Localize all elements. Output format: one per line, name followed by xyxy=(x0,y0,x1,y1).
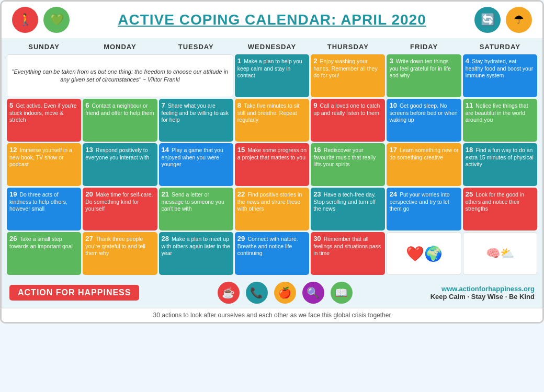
day-num-19: 19 xyxy=(9,190,17,198)
day-headers: SUNDAY MONDAY TUESDAY WEDNESDAY THURSDAY… xyxy=(7,41,537,53)
day-thursday: THURSDAY xyxy=(311,41,385,53)
day-num-22: 22 xyxy=(237,190,245,198)
day-wednesday: WEDNESDAY xyxy=(235,41,309,53)
cal-day-24: 24 Put your worries into perspective and… xyxy=(387,188,461,230)
footer-right: www.actionforhappiness.org Keep Calm · S… xyxy=(430,285,535,301)
cal-day-26: 26 Take a small step towards an importan… xyxy=(7,232,81,275)
cal-day-6: 6 Contact a neighbour or friend and offe… xyxy=(83,99,157,142)
cell-text-7: Share what you are feeling and be willin… xyxy=(162,102,229,123)
day-num-3: 3 xyxy=(389,57,393,65)
cell-text-10: Get good sleep. No screens before bed or… xyxy=(389,102,457,123)
cell-text-1: Make a plan to help you keep calm and st… xyxy=(237,58,302,78)
decorative-heart: ❤️🌍 xyxy=(387,232,461,275)
tagline-label: Keep Calm · Stay Wise · Be Kind xyxy=(430,293,535,301)
cell-text-6: Contact a neighbour or friend and offer … xyxy=(85,102,154,116)
cal-day-30: 30 Remember that all feelings and situat… xyxy=(311,232,385,275)
website-label: www.actionforhappiness.org xyxy=(430,285,535,293)
calendar-container: 🚶 💚 ACTIVE COPING CALENDAR: APRIL 2020 🔄… xyxy=(0,0,544,324)
cell-text-11: Notice five things that are beautiful in… xyxy=(466,102,528,123)
cell-text-28: Make a plan to meet up with others again… xyxy=(162,236,230,256)
cal-day-12: 12 Immerse yourself in a new book, TV sh… xyxy=(7,143,81,186)
cell-text-9: Call a loved one to catch up and really … xyxy=(313,102,380,116)
cal-day-22: 22 Find positive stories in the news and… xyxy=(235,188,309,230)
day-num-24: 24 xyxy=(389,190,396,198)
day-num-13: 13 xyxy=(85,146,93,154)
brand-label: ACTION FOR HAPPINESS xyxy=(9,285,139,301)
cell-text-30: Remember that all feelings and situation… xyxy=(313,236,381,256)
header: 🚶 💚 ACTIVE COPING CALENDAR: APRIL 2020 🔄… xyxy=(2,2,542,38)
cell-text-24: Put your worries into perspective and tr… xyxy=(389,191,449,212)
day-num-5: 5 xyxy=(9,101,13,109)
cell-text-5: Get active. Even if you're stuck indoors… xyxy=(9,102,77,123)
cell-text-15: Make some progress on a project that mat… xyxy=(237,147,307,160)
day-num-11: 11 xyxy=(466,101,473,109)
day-num-23: 23 xyxy=(313,190,321,198)
day-tuesday: TUESDAY xyxy=(159,41,233,53)
day-monday: MONDAY xyxy=(83,41,157,53)
day-num-30: 30 xyxy=(313,235,321,243)
cal-day-9: 9 Call a loved one to catch up and reall… xyxy=(311,99,385,142)
calendar-grid: "Everything can be taken from us but one… xyxy=(7,54,537,275)
cell-text-4: Stay hydrated, eat healthy food and boos… xyxy=(466,58,534,78)
cal-day-8: 8 Take five minutes to sit still and bre… xyxy=(235,99,309,142)
cell-text-2: Enjoy washing your hands. Remember all t… xyxy=(313,58,378,78)
page-title: ACTIVE COPING CALENDAR: APRIL 2020 xyxy=(70,11,474,28)
day-num-8: 8 xyxy=(237,101,241,109)
day-num-16: 16 xyxy=(313,146,321,154)
cal-day-16: 16 Rediscover your favourite music that … xyxy=(311,143,385,186)
cal-day-14: 14 Play a game that you enjoyed when you… xyxy=(159,143,233,186)
footer-icons: ☕ 📞 🍎 🔍 📖 xyxy=(218,282,353,304)
header-icons-right: 🔄 ☂ xyxy=(474,7,532,33)
footer-top: ACTION FOR HAPPINESS ☕ 📞 🍎 🔍 📖 www.actio… xyxy=(2,278,542,308)
cal-day-21: 21 Send a letter or message to someone y… xyxy=(159,188,233,230)
cal-day-4: 4 Stay hydrated, eat healthy food and bo… xyxy=(463,54,537,97)
cell-text-25: Look for the good in others and notice t… xyxy=(466,191,524,212)
cal-day-10: 10 Get good sleep. No screens before bed… xyxy=(387,99,461,142)
day-saturday: SATURDAY xyxy=(463,41,537,53)
cal-day-15: 15 Make some progress on a project that … xyxy=(235,143,309,186)
day-num-1: 1 xyxy=(237,57,241,65)
cal-day-7: 7 Share what you are feeling and be will… xyxy=(159,99,233,142)
day-num-7: 7 xyxy=(162,101,165,109)
day-num-12: 12 xyxy=(9,146,17,154)
cell-text-23: Have a tech-free day. Stop scrolling and… xyxy=(313,191,376,212)
footer-icon-book: 📖 xyxy=(331,282,353,304)
cell-text-16: Rediscover your favourite music that rea… xyxy=(313,147,376,167)
quote-cell: "Everything can be taken from us but one… xyxy=(7,54,233,97)
cell-text-13: Respond positively to everyone you inter… xyxy=(85,147,149,160)
footer-bottom: 30 actions to look after ourselves and e… xyxy=(2,308,542,322)
cal-day-13: 13 Respond positively to everyone you in… xyxy=(83,143,157,186)
umbrella-icon: ☂ xyxy=(506,7,532,33)
day-num-18: 18 xyxy=(466,146,473,154)
cell-text-3: Write down ten things you feel grateful … xyxy=(389,58,450,78)
cell-text-27: Thank three people you're grateful to an… xyxy=(85,236,145,256)
cal-day-20: 20 Make time for self-care. Do something… xyxy=(83,188,157,230)
cell-text-12: Immerse yourself in a new book, TV show … xyxy=(9,147,72,167)
cal-day-29: 29 Connect with nature. Breathe and noti… xyxy=(235,232,309,275)
cal-day-5: 5 Get active. Even if you're stuck indoo… xyxy=(7,99,81,142)
cal-day-19: 19 Do three acts of kindness to help oth… xyxy=(7,188,81,230)
cal-day-25: 25 Look for the good in others and notic… xyxy=(463,188,537,230)
day-num-29: 29 xyxy=(237,235,245,243)
day-num-4: 4 xyxy=(466,57,469,65)
heart-icon: 💚 xyxy=(43,7,70,33)
header-icons-left: 🚶 💚 xyxy=(12,7,70,33)
cell-text-21: Send a letter or message to someone you … xyxy=(162,191,224,212)
cal-day-1: 1 Make a plan to help you keep calm and … xyxy=(235,54,309,97)
calendar-wrapper: SUNDAY MONDAY TUESDAY WEDNESDAY THURSDAY… xyxy=(2,38,542,278)
cell-text-14: Play a game that you enjoyed when you we… xyxy=(162,147,223,167)
cell-text-22: Find positive stories in the news and sh… xyxy=(237,191,302,212)
day-num-10: 10 xyxy=(389,101,396,109)
cell-text-26: Take a small step towards an important g… xyxy=(9,236,73,249)
day-num-9: 9 xyxy=(313,101,317,109)
footer-icon-apple: 🍎 xyxy=(274,282,296,304)
cal-day-23: 23 Have a tech-free day. Stop scrolling … xyxy=(311,188,385,230)
cal-day-28: 28 Make a plan to meet up with others ag… xyxy=(159,232,233,275)
day-num-15: 15 xyxy=(237,146,245,154)
day-num-17: 17 xyxy=(389,146,396,154)
day-sunday: SUNDAY xyxy=(7,41,81,53)
cell-text-20: Make time for self-care. Do something ki… xyxy=(85,191,153,212)
day-num-14: 14 xyxy=(162,146,169,154)
header-title-block: ACTIVE COPING CALENDAR: APRIL 2020 xyxy=(70,11,474,28)
cell-text-17: Learn something new or do something crea… xyxy=(389,147,458,160)
